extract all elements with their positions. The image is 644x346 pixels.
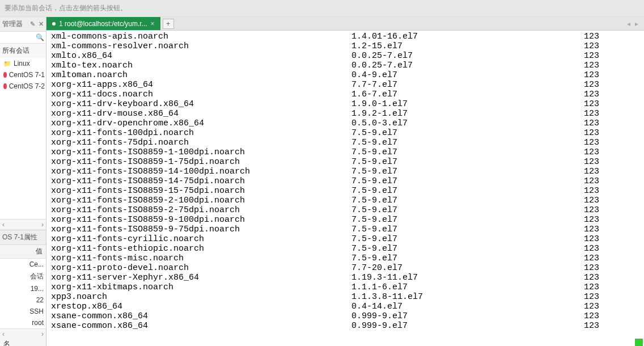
package-name: xmlto-tex.noarch	[51, 61, 351, 70]
package-name: xorg-x11-fonts-ISO8859-14-100dpi.noarch	[51, 167, 351, 176]
content-area: 1 root@localhost:/etc/yum.r... × + ◂ ▸ x…	[46, 17, 644, 346]
package-version: 7.5-9.el7	[351, 167, 584, 176]
package-name: xorg-x11-xbitmaps.noarch	[51, 282, 351, 292]
package-name: xml-commons-resolver.noarch	[51, 41, 351, 51]
package-name: xorg-x11-fonts-ISO8859-2-75dpi.noarch	[51, 205, 351, 215]
package-repo: 123	[584, 157, 644, 167]
package-version: 7.7-7.el7	[351, 80, 584, 90]
search-row[interactable]: 🔍	[0, 32, 46, 44]
tree-scroll[interactable]: ‹ ›	[0, 219, 46, 230]
tab-label: 1 root@localhost:/etc/yum.r...	[59, 20, 147, 28]
properties-col-name: 名	[0, 339, 46, 346]
property-value: SSH	[2, 307, 44, 315]
package-version: 7.5-9.el7	[351, 157, 584, 167]
terminal-output[interactable]: xml-commons-apis.noarch1.4.01-16.el7123x…	[46, 31, 644, 346]
package-version: 7.5-9.el7	[351, 186, 584, 196]
property-row: 22	[0, 294, 46, 306]
package-name: xorg-x11-proto-devel.noarch	[51, 263, 351, 273]
property-value: 19...	[2, 285, 44, 293]
pin-icon[interactable]: ✎	[30, 20, 35, 28]
package-row: xml-commons-apis.noarch1.4.01-16.el7123	[51, 32, 644, 41]
package-row: xpp3.noarch1.1.3.8-11.el7123	[51, 292, 644, 302]
manager-title: 管理器	[2, 19, 23, 29]
package-row: xorg-x11-fonts-ISO8859-1-100dpi.noarch7.…	[51, 147, 644, 157]
package-name: xsane-common.x86_64	[51, 321, 351, 331]
package-name: xorg-x11-drv-keyboard.x86_64	[51, 99, 351, 109]
terminal-scrollbar-thumb[interactable]	[635, 339, 643, 346]
package-version: 1.9.0-1.el7	[351, 99, 584, 109]
package-version: 7.5-9.el7	[351, 254, 584, 263]
package-version: 7.5-9.el7	[351, 176, 584, 186]
tab-close-icon[interactable]: ×	[151, 20, 155, 28]
folder-icon: 📁	[3, 60, 11, 67]
package-name: xrestop.x86_64	[51, 302, 351, 311]
package-version: 7.5-9.el7	[351, 138, 584, 147]
package-repo: 123	[584, 254, 644, 263]
package-row: xorg-x11-fonts-ISO8859-9-100dpi.noarch7.…	[51, 215, 644, 225]
package-version: 1.1.1-6.el7	[351, 282, 584, 292]
package-row: xmltoman.noarch0.4-9.el7123	[51, 70, 644, 80]
package-row: xorg-x11-fonts-ethiopic.noarch7.5-9.el71…	[51, 244, 644, 254]
package-repo: 123	[584, 70, 644, 80]
package-row: xsane-common.x86_640.999-9.el7123	[51, 321, 644, 331]
package-row: xrestop.x86_640.4-14.el7123	[51, 302, 644, 311]
package-name: xorg-x11-fonts-ISO8859-14-75dpi.noarch	[51, 176, 351, 186]
package-name: xorg-x11-apps.x86_64	[51, 80, 351, 90]
package-repo: 123	[584, 147, 644, 157]
package-version: 1.9.2-1.el7	[351, 109, 584, 119]
package-version: 7.5-9.el7	[351, 128, 584, 138]
scroll-right-icon[interactable]: ›	[41, 221, 44, 229]
package-version: 7.5-9.el7	[351, 234, 584, 244]
package-row: xorg-x11-fonts-ISO8859-14-100dpi.noarch7…	[51, 167, 644, 176]
package-row: xorg-x11-fonts-misc.noarch7.5-9.el7123	[51, 254, 644, 263]
package-name: xorg-x11-fonts-ISO8859-9-75dpi.noarch	[51, 225, 351, 234]
package-repo: 123	[584, 196, 644, 205]
props-scroll[interactable]: ‹ ›	[0, 328, 46, 339]
package-repo: 123	[584, 292, 644, 302]
tree-item-centos-7-1[interactable]: CentOS 7-1	[0, 69, 46, 81]
package-repo: 123	[584, 61, 644, 70]
tab-prev-icon[interactable]: ◂	[627, 20, 630, 28]
session-tree: 📁LinuxCentOS 7-1CentOS 7-2	[0, 58, 46, 219]
package-version: 7.5-9.el7	[351, 196, 584, 205]
package-row: xorg-x11-fonts-ISO8859-2-100dpi.noarch7.…	[51, 196, 644, 205]
tree-item-linux[interactable]: 📁Linux	[0, 58, 46, 69]
tab-next-icon[interactable]: ▸	[635, 20, 638, 28]
package-row: xsane-common.x86_640.999-9.el7123	[51, 311, 644, 321]
scroll-left-icon[interactable]: ‹	[2, 330, 5, 338]
package-repo: 123	[584, 186, 644, 196]
package-row: xml-commons-resolver.noarch1.2-15.el7123	[51, 41, 644, 51]
close-pane-icon[interactable]: ✕	[39, 20, 44, 28]
tab-active[interactable]: 1 root@localhost:/etc/yum.r... ×	[46, 17, 160, 30]
property-value: 22	[2, 296, 44, 304]
package-name: xorg-x11-drv-mouse.x86_64	[51, 109, 351, 119]
package-name: xorg-x11-fonts-ISO8859-1-75dpi.noarch	[51, 157, 351, 167]
tree-item-centos-7-2[interactable]: CentOS 7-2	[0, 81, 46, 92]
package-name: xorg-x11-fonts-ISO8859-2-100dpi.noarch	[51, 196, 351, 205]
package-name: xorg-x11-fonts-ISO8859-1-100dpi.noarch	[51, 147, 351, 157]
package-version: 0.999-9.el7	[351, 321, 584, 331]
host-icon	[3, 72, 7, 78]
package-row: xmlto-tex.noarch0.0.25-7.el7123	[51, 61, 644, 70]
property-row: 会话	[0, 270, 46, 283]
package-name: xorg-x11-fonts-cyrillic.noarch	[51, 234, 351, 244]
property-row: Ce...	[0, 259, 46, 270]
package-name: xpp3.noarch	[51, 292, 351, 302]
package-repo: 123	[584, 244, 644, 254]
tab-status-icon	[52, 22, 56, 26]
scroll-right-icon[interactable]: ›	[41, 330, 44, 338]
package-row: xorg-x11-drv-mouse.x86_641.9.2-1.el7123	[51, 109, 644, 119]
package-name: xorg-x11-fonts-100dpi.noarch	[51, 128, 351, 138]
package-name: xorg-x11-fonts-ISO8859-15-75dpi.noarch	[51, 186, 351, 196]
package-repo: 123	[584, 128, 644, 138]
scroll-left-icon[interactable]: ‹	[2, 221, 5, 229]
package-version: 7.5-9.el7	[351, 225, 584, 234]
package-name: xorg-x11-fonts-ISO8859-9-100dpi.noarch	[51, 215, 351, 225]
package-version: 1.1.3.8-11.el7	[351, 292, 584, 302]
properties-col-value: 值	[0, 245, 46, 259]
search-icon[interactable]: 🔍	[36, 33, 44, 41]
package-version: 7.5-9.el7	[351, 215, 584, 225]
package-version: 1.6-7.el7	[351, 90, 584, 99]
add-tab-button[interactable]: +	[163, 19, 174, 29]
package-repo: 123	[584, 263, 644, 273]
